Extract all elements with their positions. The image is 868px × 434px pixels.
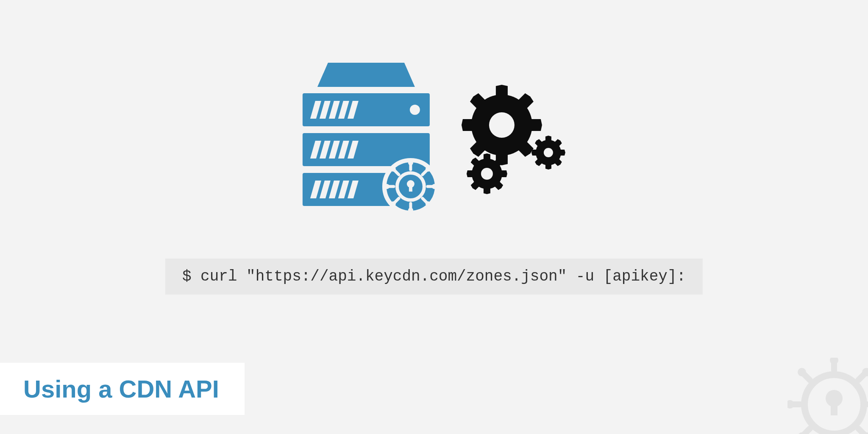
svg-point-31 xyxy=(544,148,553,157)
server-icon xyxy=(294,59,438,216)
svg-point-19 xyxy=(408,208,413,213)
svg-point-21 xyxy=(432,184,437,189)
svg-point-23 xyxy=(426,167,431,172)
svg-line-41 xyxy=(804,428,810,434)
page-title: Using a CDN API xyxy=(23,375,219,403)
svg-line-42 xyxy=(858,428,865,434)
svg-point-47 xyxy=(798,368,806,376)
gears-icon xyxy=(455,78,574,197)
title-card: Using a CDN API xyxy=(0,363,245,415)
svg-point-20 xyxy=(384,184,389,189)
svg-rect-9 xyxy=(409,185,412,192)
svg-marker-1 xyxy=(317,63,415,87)
watermark-logo-icon xyxy=(787,358,868,434)
svg-point-24 xyxy=(391,201,396,206)
code-command: $ curl "https://api.keycdn.com/zones.jso… xyxy=(165,259,703,295)
svg-point-22 xyxy=(391,167,396,172)
icons-row xyxy=(294,59,574,216)
svg-point-5 xyxy=(410,105,420,115)
svg-point-18 xyxy=(408,160,413,165)
svg-rect-34 xyxy=(831,400,837,415)
svg-point-25 xyxy=(426,201,431,206)
main-content: $ curl "https://api.keycdn.com/zones.jso… xyxy=(165,59,703,295)
svg-point-29 xyxy=(481,168,493,180)
svg-point-27 xyxy=(489,112,515,138)
